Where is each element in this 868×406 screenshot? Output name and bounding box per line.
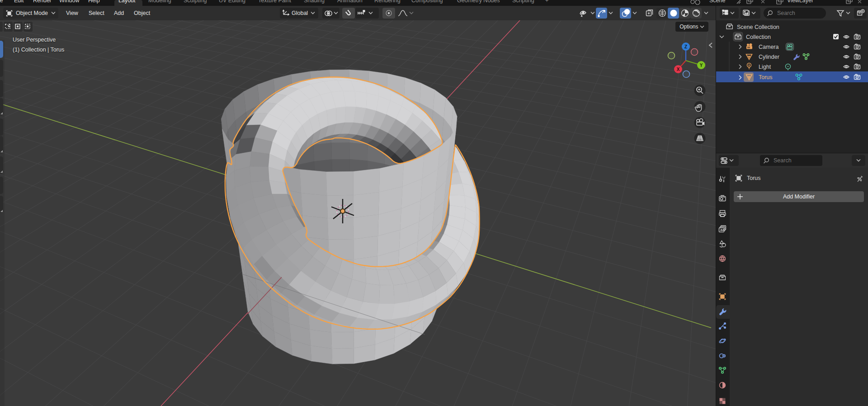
svg-text:Z: Z	[684, 44, 687, 49]
svg-text:Scene Collection: Scene Collection	[737, 24, 779, 30]
svg-text:Cylinder: Cylinder	[759, 54, 779, 60]
svg-text:X: X	[677, 67, 680, 72]
svg-text:Collection: Collection	[746, 34, 771, 40]
svg-text:Light: Light	[759, 64, 771, 70]
svg-text:Torus: Torus	[759, 74, 773, 80]
svg-text:Y: Y	[700, 63, 703, 68]
svg-text:Camera: Camera	[759, 44, 779, 50]
